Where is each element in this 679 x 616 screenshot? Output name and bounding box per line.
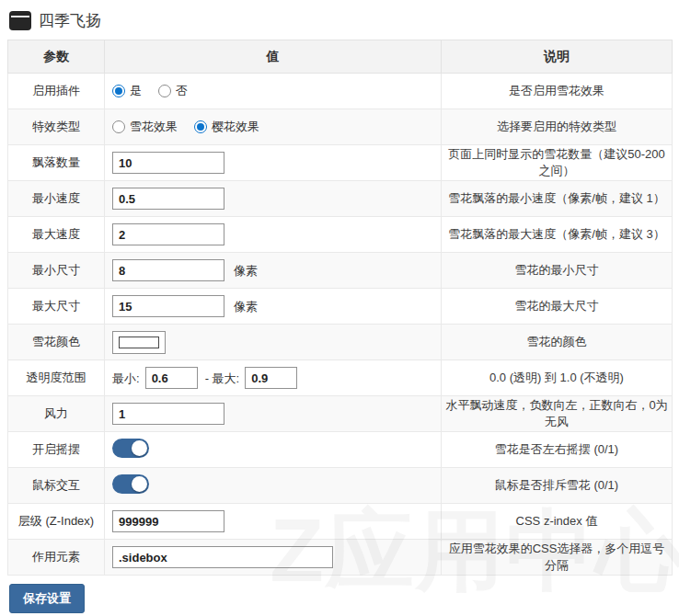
- table-row: 作用元素应用雪花效果的CSS选择器，多个用逗号分隔: [8, 540, 673, 576]
- param-label: 开启摇摆: [8, 432, 105, 468]
- table-row: 透明度范围最小:- 最大:0.0 (透明) 到 1.0 (不透明): [8, 360, 673, 396]
- table-row: 最小速度雪花飘落的最小速度（像素/帧，建议 1）: [8, 181, 673, 217]
- param-label: 层级 (Z-Index): [8, 504, 105, 540]
- value-cell: 像素: [105, 253, 442, 289]
- mouse-interaction-toggle[interactable]: [112, 474, 149, 494]
- value-cell: [105, 217, 442, 253]
- table-header-row: 参数 值 说明: [8, 40, 673, 74]
- radio-label: 雪花效果: [130, 119, 178, 135]
- value-cell: [105, 181, 442, 217]
- unit-label: 像素: [234, 300, 258, 314]
- description-text: 雪花飘落的最小速度（像素/帧，建议 1）: [442, 181, 673, 217]
- min-speed-input[interactable]: [112, 188, 224, 210]
- table-row: 风力水平飘动速度，负数向左，正数向右，0为无风: [8, 396, 673, 432]
- page-header: 四季飞扬: [0, 0, 679, 40]
- value-cell: 最小:- 最大:: [105, 360, 442, 396]
- table-row: 飘落数量页面上同时显示的雪花数量（建议50-200之间）: [8, 145, 673, 181]
- param-label: 特效类型: [8, 109, 105, 145]
- table-row: 最大尺寸像素雪花的最大尺寸: [8, 289, 673, 325]
- value-cell: [105, 504, 442, 540]
- toggle-knob: [132, 440, 147, 456]
- range-max-label: - 最大:: [205, 371, 240, 385]
- value-cell: [105, 468, 442, 504]
- flake-count-input[interactable]: [112, 152, 224, 174]
- param-label: 作用元素: [8, 540, 105, 576]
- value-cell: [105, 396, 442, 432]
- param-label: 风力: [8, 396, 105, 432]
- param-label: 鼠标交互: [8, 468, 105, 504]
- radio-label: 樱花效果: [212, 119, 259, 135]
- value-cell: 雪花效果樱花效果: [105, 109, 442, 145]
- radio-option-effect-type-0[interactable]: 雪花效果: [112, 119, 178, 135]
- table-row: 开启摇摆雪花是否左右摇摆 (0/1): [8, 432, 673, 468]
- wind-input[interactable]: [112, 403, 224, 425]
- value-cell: [105, 145, 442, 181]
- param-label: 飘落数量: [8, 145, 105, 181]
- min-size-input[interactable]: [112, 259, 224, 281]
- plugin-settings-page: 四季飞扬 参数 值 说明 启用插件是否是否启用雪花效果特效类型雪花效果樱花效果选…: [0, 0, 679, 613]
- table-row: 特效类型雪花效果樱花效果选择要启用的特效类型: [8, 109, 673, 145]
- param-label: 最大速度: [8, 217, 105, 253]
- window-icon: [9, 11, 31, 30]
- description-text: 页面上同时显示的雪花数量（建议50-200之间）: [442, 145, 673, 181]
- settings-table: 参数 值 说明 启用插件是否是否启用雪花效果特效类型雪花效果樱花效果选择要启用的…: [7, 40, 673, 576]
- param-label: 透明度范围: [8, 360, 105, 396]
- value-cell: 是否: [105, 74, 442, 109]
- range-min-label: 最小:: [112, 371, 140, 385]
- radio-button-icon[interactable]: [194, 120, 207, 133]
- color-swatch: [119, 337, 159, 348]
- flake-color-picker[interactable]: [112, 331, 166, 354]
- description-text: 应用雪花效果的CSS选择器，多个用逗号分隔: [442, 540, 673, 576]
- unit-label: 像素: [234, 264, 258, 278]
- value-cell: [105, 325, 442, 360]
- radio-label: 否: [176, 83, 188, 99]
- radio-button-icon[interactable]: [158, 85, 171, 97]
- save-settings-button[interactable]: 保存设置: [9, 584, 85, 613]
- z-index-input[interactable]: [112, 510, 224, 532]
- value-cell: [105, 540, 442, 576]
- radio-button-icon[interactable]: [112, 85, 125, 97]
- description-text: 水平飘动速度，负数向左，正数向右，0为无风: [442, 396, 673, 432]
- description-text: 雪花的颜色: [442, 325, 673, 360]
- value-cell: [105, 432, 442, 468]
- description-text: 0.0 (透明) 到 1.0 (不透明): [442, 360, 673, 396]
- description-text: CSS z-index 值: [442, 504, 673, 540]
- table-row: 启用插件是否是否启用雪花效果: [8, 74, 673, 109]
- max-size-input[interactable]: [112, 295, 224, 317]
- radio-button-icon[interactable]: [112, 120, 125, 133]
- param-label: 启用插件: [8, 74, 105, 109]
- toggle-knob: [132, 476, 147, 492]
- value-cell: 像素: [105, 289, 442, 325]
- description-text: 雪花的最大尺寸: [442, 289, 673, 325]
- opacity-range-min-input[interactable]: [145, 367, 198, 389]
- table-row: 层级 (Z-Index)CSS z-index 值: [8, 504, 673, 540]
- description-text: 雪花的最小尺寸: [442, 253, 673, 289]
- param-label: 最小尺寸: [8, 253, 105, 289]
- radio-option-enable-plugin-1[interactable]: 否: [158, 83, 188, 99]
- column-header-param: 参数: [8, 40, 105, 74]
- description-text: 鼠标是否排斥雪花 (0/1): [442, 468, 673, 504]
- sway-toggle[interactable]: [112, 439, 149, 458]
- param-label: 最大尺寸: [8, 289, 105, 325]
- max-speed-input[interactable]: [112, 223, 224, 245]
- description-text: 雪花是否左右摇摆 (0/1): [442, 432, 673, 468]
- table-row: 最大速度雪花飘落的最大速度（像素/帧，建议 3）: [8, 217, 673, 253]
- opacity-range-max-input[interactable]: [245, 367, 297, 389]
- target-selector-input[interactable]: [112, 546, 333, 568]
- table-row: 鼠标交互鼠标是否排斥雪花 (0/1): [8, 468, 673, 504]
- param-label: 最小速度: [8, 181, 105, 217]
- radio-option-effect-type-1[interactable]: 樱花效果: [194, 119, 259, 135]
- table-row: 雪花颜色雪花的颜色: [8, 325, 673, 360]
- radio-label: 是: [130, 83, 142, 99]
- column-header-value: 值: [105, 40, 442, 74]
- table-row: 最小尺寸像素雪花的最小尺寸: [8, 253, 673, 289]
- radio-option-enable-plugin-0[interactable]: 是: [112, 83, 142, 99]
- column-header-desc: 说明: [442, 40, 673, 74]
- param-label: 雪花颜色: [8, 325, 105, 360]
- description-text: 雪花飘落的最大速度（像素/帧，建议 3）: [442, 217, 673, 253]
- page-title: 四季飞扬: [39, 10, 101, 31]
- description-text: 选择要启用的特效类型: [442, 109, 673, 145]
- description-text: 是否启用雪花效果: [442, 74, 673, 109]
